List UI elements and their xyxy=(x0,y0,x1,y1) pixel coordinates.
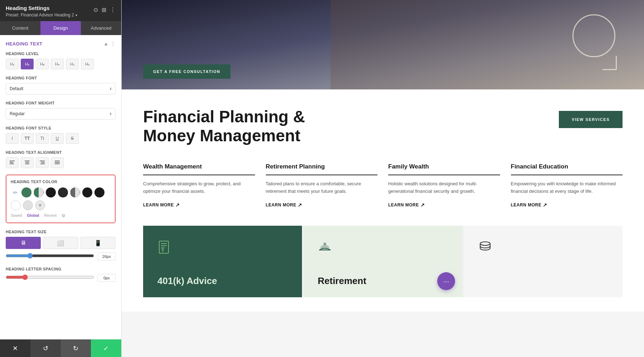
h2-button[interactable]: H₂ xyxy=(21,59,34,69)
more-options-icon[interactable]: ⋮ xyxy=(110,6,116,13)
h3-button[interactable]: H₃ xyxy=(36,59,49,69)
heading-font-weight-label: Heading Font Weight xyxy=(6,101,116,105)
cancel-button[interactable]: ✕ xyxy=(0,339,30,357)
service-name-wealth: Wealth Management xyxy=(143,163,255,170)
strikethrough-button[interactable]: S xyxy=(66,133,79,144)
underline-button[interactable]: U xyxy=(51,133,64,144)
h1-button[interactable]: H₁ xyxy=(6,59,19,69)
main-heading: Financial Planning &Money Management xyxy=(143,107,305,145)
color-swatch-black2[interactable] xyxy=(94,187,104,197)
heading-text-alignment-row xyxy=(6,157,116,168)
preset-label: Preset: xyxy=(6,13,19,18)
letter-spacing-input[interactable] xyxy=(98,274,116,282)
color-swatch-black1[interactable] xyxy=(82,187,92,197)
svg-rect-11 xyxy=(55,163,60,164)
svg-rect-3 xyxy=(25,161,30,161)
undo-button[interactable]: ↺ xyxy=(30,339,61,357)
save-button[interactable]: ✓ xyxy=(91,339,121,357)
tab-design[interactable]: Design xyxy=(40,21,81,35)
add-color-button[interactable]: + xyxy=(35,200,45,210)
heading-text-size-label: Heading Text Size xyxy=(6,230,116,234)
learn-more-retirement[interactable]: LEARN MORE ↗ xyxy=(266,202,378,208)
layout-icon[interactable]: ⊞ xyxy=(102,6,106,13)
color-swatch-dark1[interactable] xyxy=(46,187,56,197)
svg-point-19 xyxy=(480,242,490,245)
align-center-button[interactable] xyxy=(21,157,34,168)
color-swatch-light-green[interactable] xyxy=(34,187,44,197)
desktop-device-button[interactable]: 🖥 xyxy=(6,237,41,249)
tablet-device-button[interactable]: ⬜ xyxy=(43,237,78,249)
color-swatch-dark2[interactable] xyxy=(58,187,68,197)
heading-font-weight-select[interactable]: Regular Bold Light xyxy=(6,108,116,119)
mobile-device-button[interactable]: 📱 xyxy=(80,237,116,249)
h5-button[interactable]: H₅ xyxy=(66,59,79,69)
tabs-bar: Content Design Advanced xyxy=(0,21,121,35)
color-tabs-row: Saved Global Recent ⚙ xyxy=(11,213,111,218)
letter-spacing-slider[interactable] xyxy=(6,274,94,280)
card-icon-401k: $ xyxy=(157,240,288,257)
service-desc-education: Empowering you with knowledge to make in… xyxy=(511,180,623,195)
heading-size-input[interactable] xyxy=(98,253,116,260)
uppercase-button[interactable]: TT xyxy=(21,133,34,144)
heading-level-selector: H₁ H₂ H₃ H₄ H₅ H₆ xyxy=(6,59,116,69)
heading-letter-spacing-label: Heading Letter Spacing xyxy=(6,267,116,271)
color-tab-global[interactable]: Global xyxy=(27,213,39,218)
tab-advanced[interactable]: Advanced xyxy=(81,21,121,35)
learn-more-education[interactable]: LEARN MORE ↗ xyxy=(511,202,623,208)
hero-decorative-circle xyxy=(572,14,615,57)
hero-content: GET A FREE CONSULTATION xyxy=(122,54,644,89)
align-right-icon xyxy=(40,160,45,165)
main-content-section: Financial Planning &Money Management VIE… xyxy=(122,89,644,312)
svg-point-17 xyxy=(323,243,326,245)
learn-more-wealth[interactable]: LEARN MORE ↗ xyxy=(143,202,255,208)
section-menu-icon[interactable]: ⋮ xyxy=(111,41,116,47)
color-swatch-green[interactable] xyxy=(21,187,31,197)
redo-button[interactable]: ↻ xyxy=(61,339,91,357)
preset-dropdown-icon: ▾ xyxy=(75,13,77,17)
h6-button[interactable]: H₆ xyxy=(81,59,94,69)
color-swatches-row2: + xyxy=(11,200,111,210)
color-tab-saved[interactable]: Saved xyxy=(11,213,22,218)
chat-bubble-button[interactable]: ··· xyxy=(437,272,455,290)
service-name-family: Family Wealth xyxy=(388,163,500,170)
color-settings-icon[interactable]: ⚙ xyxy=(62,213,65,218)
heading-text-size-section: Heading Text Size 🖥 ⬜ 📱 xyxy=(6,230,116,260)
heading-font-style-row: I TT Tt U S xyxy=(6,133,116,144)
panel-preset[interactable]: Preset: Financial Advisor Heading 2 ▾ xyxy=(6,13,77,18)
services-grid: Wealth Management Comprehensive strategi… xyxy=(143,163,623,208)
heading-size-slider[interactable] xyxy=(6,253,94,259)
tab-content[interactable]: Content xyxy=(0,21,40,35)
svg-rect-10 xyxy=(55,162,60,163)
hero-cta-button[interactable]: GET A FREE CONSULTATION xyxy=(143,64,230,79)
learn-more-arrow-education: ↗ xyxy=(543,202,547,208)
section-controls: ▲ ⋮ xyxy=(103,41,116,47)
learn-more-family[interactable]: LEARN MORE ↗ xyxy=(388,202,500,208)
focus-icon[interactable]: ⊙ xyxy=(93,6,98,13)
main-header-row: Financial Planning &Money Management VIE… xyxy=(143,107,623,145)
collapse-icon[interactable]: ▲ xyxy=(103,41,108,47)
svg-rect-4 xyxy=(25,162,29,163)
service-desc-retirement: Tailored plans to ensure a comfortable, … xyxy=(266,180,378,195)
italic-button[interactable]: I xyxy=(6,133,19,144)
heading-font-select[interactable]: Default Arial Georgia xyxy=(6,83,116,94)
color-swatches-row: ✏ xyxy=(11,187,111,197)
align-right-button[interactable] xyxy=(36,157,49,168)
capitalize-button[interactable]: Tt xyxy=(36,133,49,144)
heading-level-label: Heading Level xyxy=(6,52,116,56)
view-services-button[interactable]: VIEW SERVICES xyxy=(559,111,623,128)
align-left-icon xyxy=(10,160,15,165)
align-left-button[interactable] xyxy=(6,157,19,168)
align-justify-button[interactable] xyxy=(51,157,64,168)
color-swatch-empty1[interactable] xyxy=(11,200,21,210)
letter-spacing-slider-row xyxy=(6,274,116,282)
h4-button[interactable]: H₄ xyxy=(51,59,64,69)
color-picker-icon[interactable]: ✏ xyxy=(11,188,19,197)
color-swatch-empty2[interactable] xyxy=(23,200,33,210)
service-name-retirement: Retirement Planning xyxy=(266,163,378,170)
color-swatch-half-dark[interactable] xyxy=(70,187,80,197)
hero-section: GET A FREE CONSULTATION xyxy=(122,0,644,89)
color-tab-recent[interactable]: Recent xyxy=(44,213,57,218)
preview-area: GET A FREE CONSULTATION Financial Planni… xyxy=(122,0,644,357)
learn-more-arrow-wealth: ↗ xyxy=(175,202,180,208)
bottom-cards-row: $ 401(k) Advice Retirement ··· xyxy=(143,226,623,297)
